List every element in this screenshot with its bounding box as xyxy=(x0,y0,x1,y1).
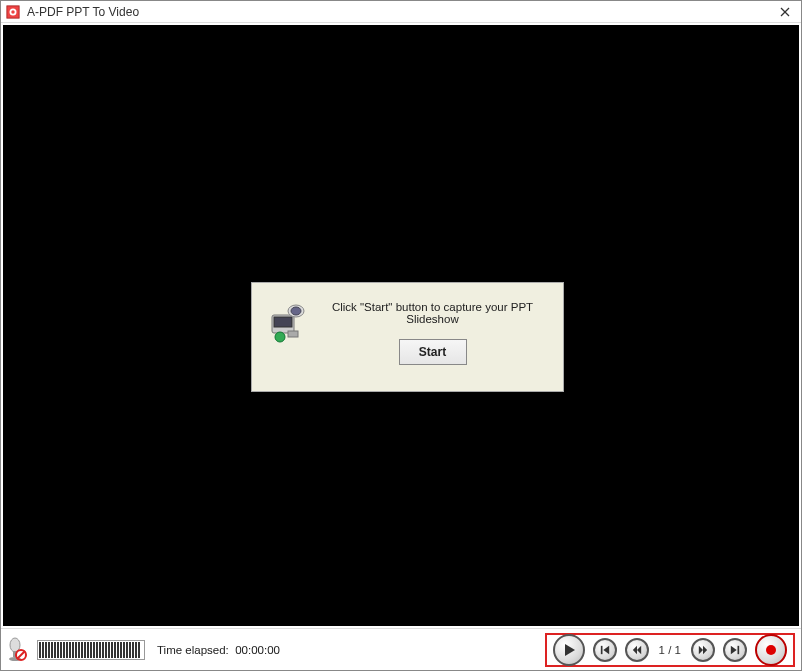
volume-meter xyxy=(37,640,145,660)
record-button[interactable] xyxy=(755,634,787,666)
video-preview-area: Click "Start" button to capture your PPT… xyxy=(3,25,799,626)
svg-marker-20 xyxy=(637,645,641,653)
first-slide-button[interactable] xyxy=(593,638,617,662)
svg-line-15 xyxy=(17,651,25,659)
status-bar: Time elapsed: 00:00:00 1 / 1 xyxy=(1,628,801,670)
time-elapsed-label: Time elapsed: 00:00:00 xyxy=(157,644,280,656)
window-title: A-PDF PPT To Video xyxy=(27,5,773,19)
svg-rect-24 xyxy=(738,645,740,653)
start-button[interactable]: Start xyxy=(399,339,467,365)
time-value: 00:00:00 xyxy=(235,644,280,656)
svg-point-25 xyxy=(766,645,776,655)
svg-rect-10 xyxy=(288,331,298,337)
time-label-text: Time elapsed: xyxy=(157,644,229,656)
svg-marker-22 xyxy=(703,645,707,653)
dialog-message: Click "Start" button to capture your PPT… xyxy=(318,301,547,325)
playback-controls: 1 / 1 xyxy=(545,633,795,667)
svg-marker-18 xyxy=(603,645,609,653)
next-slide-button[interactable] xyxy=(691,638,715,662)
svg-point-9 xyxy=(275,332,285,342)
app-icon xyxy=(5,4,21,20)
camcorder-icon xyxy=(266,301,308,343)
svg-point-2 xyxy=(11,10,15,14)
svg-point-8 xyxy=(291,307,301,315)
svg-marker-21 xyxy=(699,645,703,653)
svg-rect-6 xyxy=(274,317,292,327)
titlebar: A-PDF PPT To Video xyxy=(1,1,801,23)
page-counter: 1 / 1 xyxy=(659,644,681,656)
microphone-icon xyxy=(7,637,27,663)
close-button[interactable] xyxy=(773,3,797,21)
play-button[interactable] xyxy=(553,634,585,666)
svg-marker-19 xyxy=(632,645,636,653)
app-window: A-PDF PPT To Video Click "S xyxy=(0,0,802,671)
svg-marker-16 xyxy=(565,644,575,656)
previous-slide-button[interactable] xyxy=(625,638,649,662)
start-dialog: Click "Start" button to capture your PPT… xyxy=(251,282,564,392)
last-slide-button[interactable] xyxy=(723,638,747,662)
svg-rect-17 xyxy=(600,645,602,653)
svg-marker-23 xyxy=(731,645,737,653)
